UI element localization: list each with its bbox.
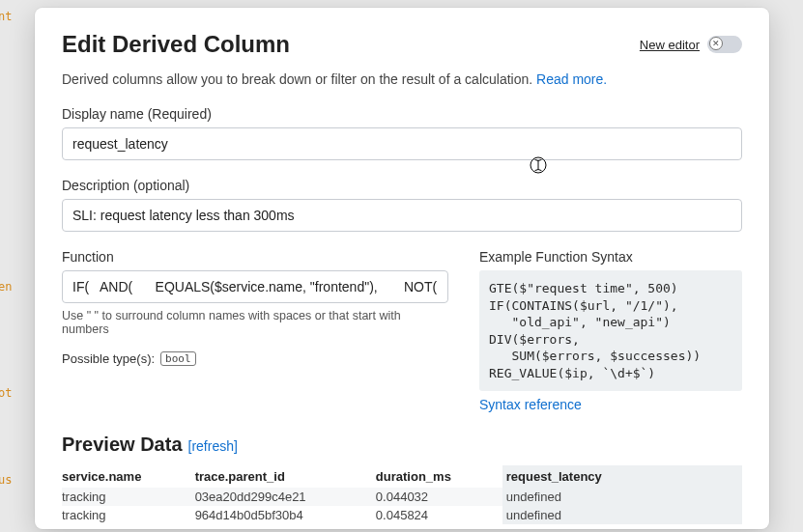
syntax-reference-link[interactable]: Syntax reference (479, 397, 582, 412)
new-editor-toggle[interactable]: ✕ (707, 36, 742, 53)
function-label: Function (62, 249, 448, 265)
description-label: Description (optional) (62, 178, 742, 193)
example-syntax-label: Example Function Syntax (479, 249, 742, 265)
function-input[interactable] (62, 270, 448, 303)
close-icon: ✕ (709, 37, 723, 50)
refresh-link[interactable]: [refresh] (188, 438, 238, 454)
col-trace-parent-id: trace.parent_id (195, 465, 376, 488)
edit-derived-column-modal: Edit Derived Column New editor ✕ Derived… (35, 8, 769, 529)
modal-title: Edit Derived Column (62, 31, 290, 58)
read-more-link[interactable]: Read more. (536, 71, 607, 87)
possible-types-label: Possible type(s): (62, 351, 155, 366)
preview-header: Preview Data [refresh] (62, 434, 742, 456)
modal-header: Edit Derived Column New editor ✕ (62, 31, 742, 58)
type-pill-bool: bool (160, 351, 196, 366)
table-row: tracking 03ea20dd299c4e21 0.044032 undef… (62, 488, 742, 506)
display-name-input[interactable] (62, 127, 742, 160)
description-input[interactable] (62, 199, 742, 232)
col-service-name: service.name (62, 465, 195, 488)
function-hint: Use " " to surround column names with sp… (62, 309, 448, 336)
example-syntax-code: GTE($"request time", 500) IF(CONTAINS($u… (479, 270, 742, 391)
preview-table: service.name trace.parent_id duration_ms… (62, 465, 742, 524)
new-editor-link[interactable]: New editor (640, 38, 700, 52)
background-code-fragments: nt en ot us (0, 0, 29, 532)
col-request-latency: request_latency (502, 465, 742, 488)
col-duration-ms: duration_ms (376, 465, 502, 488)
display-name-label: Display name (Required) (62, 106, 742, 122)
preview-title: Preview Data (62, 434, 183, 456)
table-row: tracking 964d14b0d5bf30b4 0.045824 undef… (62, 506, 742, 524)
possible-types: Possible type(s): bool (62, 351, 448, 366)
table-header-row: service.name trace.parent_id duration_ms… (62, 465, 742, 488)
intro-text: Derived columns allow you to break down … (62, 71, 742, 87)
new-editor-toggle-group: New editor ✕ (640, 36, 742, 53)
